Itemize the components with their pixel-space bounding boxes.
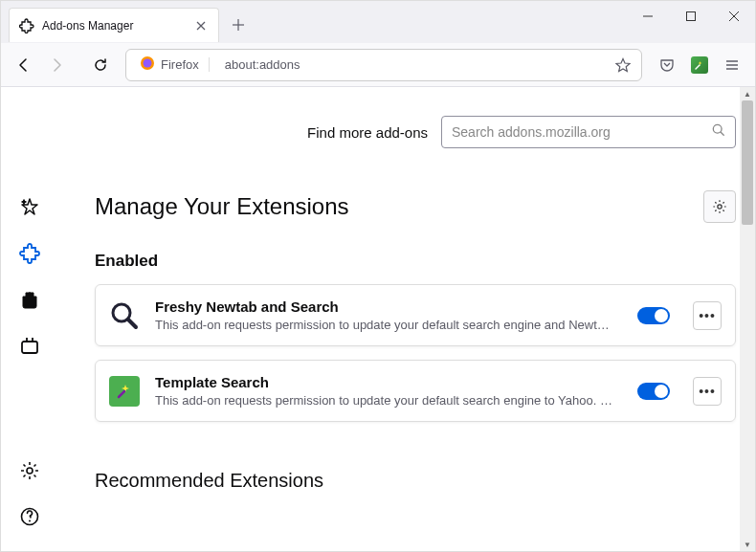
close-window-button[interactable]	[712, 1, 755, 32]
identity-label: Firefox	[161, 57, 210, 72]
search-icon	[712, 123, 725, 141]
svg-point-22	[718, 205, 722, 209]
sidebar-recommendations[interactable]	[14, 192, 45, 223]
extension-name: Template Search	[155, 374, 622, 390]
extension-card[interactable]: Template Search This add-on requests per…	[95, 360, 736, 422]
find-addons-label: Find more add-ons	[307, 124, 428, 141]
sidebar-themes[interactable]	[14, 284, 45, 315]
firefox-icon	[140, 55, 155, 75]
category-sidebar	[1, 87, 58, 551]
svg-line-21	[721, 132, 723, 135]
bookmark-star-button[interactable]	[611, 53, 635, 77]
pocket-button[interactable]	[652, 50, 682, 80]
addons-search-box[interactable]	[441, 116, 736, 148]
sidebar-settings[interactable]	[14, 455, 45, 486]
minimize-button[interactable]	[626, 1, 669, 32]
extension-toggle[interactable]	[637, 383, 670, 400]
navigation-toolbar: Firefox about:addons	[1, 43, 755, 87]
tab-close-button[interactable]	[193, 18, 209, 33]
svg-rect-14	[22, 342, 37, 353]
svg-line-25	[119, 391, 124, 397]
wand-icon	[691, 56, 708, 74]
extension-card[interactable]: Freshy Newtab and Search This add-on req…	[95, 284, 736, 346]
extension-description: This add-on requests permission to updat…	[155, 393, 622, 408]
extension-description: This add-on requests permission to updat…	[155, 318, 622, 332]
svg-point-17	[27, 468, 33, 474]
sidebar-plugins[interactable]	[14, 330, 45, 361]
url-bar[interactable]: Firefox about:addons	[125, 49, 642, 81]
svg-rect-1	[686, 12, 695, 21]
browser-tab[interactable]: Add-ons Manager	[9, 8, 219, 42]
sidebar-help[interactable]	[14, 501, 45, 532]
tab-title: Add-ons Manager	[42, 19, 186, 33]
identity-box[interactable]: Firefox	[132, 54, 217, 77]
svg-point-9	[144, 58, 152, 67]
forward-button[interactable]	[41, 50, 72, 80]
url-text: about:addons	[225, 57, 603, 72]
enabled-header: Enabled	[95, 252, 736, 271]
recommended-header: Recommended Extensions	[95, 470, 736, 492]
scrollbar[interactable]: ▲ ▼	[740, 87, 755, 551]
extension-more-button[interactable]: •••	[693, 377, 722, 406]
new-tab-button[interactable]	[223, 10, 254, 40]
back-button[interactable]	[9, 50, 39, 80]
scroll-up-arrow[interactable]: ▲	[740, 87, 755, 100]
svg-line-24	[128, 320, 136, 327]
scrollbar-thumb[interactable]	[742, 100, 753, 225]
reload-button[interactable]	[85, 50, 116, 80]
addons-search-input[interactable]	[452, 124, 704, 140]
sidebar-extensions[interactable]	[14, 238, 45, 269]
tools-gear-button[interactable]	[703, 190, 736, 223]
extension-name: Freshy Newtab and Search	[155, 298, 622, 315]
extension-toolbar-button[interactable]	[684, 50, 715, 80]
svg-line-10	[696, 65, 700, 69]
maximize-button[interactable]	[669, 1, 712, 32]
svg-point-19	[29, 520, 31, 522]
extension-more-button[interactable]: •••	[693, 301, 722, 330]
hamburger-menu-button[interactable]	[717, 50, 747, 80]
template-search-icon	[109, 376, 140, 407]
main-content: Find more add-ons Manage Your Extensions…	[58, 87, 755, 551]
addons-tab-icon	[19, 18, 34, 33]
extension-toggle[interactable]	[637, 307, 670, 324]
scroll-down-arrow[interactable]: ▼	[740, 538, 755, 551]
magnifier-icon	[109, 300, 140, 331]
page-title: Manage Your Extensions	[95, 193, 349, 220]
